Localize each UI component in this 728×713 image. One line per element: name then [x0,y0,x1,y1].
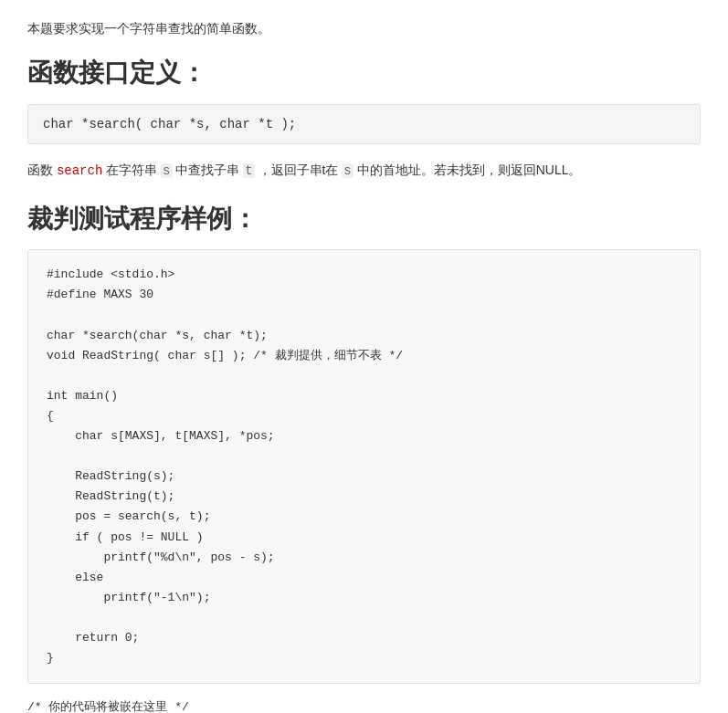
desc-param-t: t [243,163,254,178]
desc-param-s2: s [342,163,353,178]
description-text: 函数 search 在字符串 s 中查找子串 t ，返回子串t在 s 中的首地址… [27,159,701,183]
footer-comment: /* 你的代码将被嵌在这里 */ [27,698,701,713]
intro-text: 本题要求实现一个字符串查找的简单函数。 [27,18,701,38]
desc-suffix: 中的首地址。若未找到，则返回NULL。 [353,163,582,177]
desc-mid2: 中查找子串 [173,163,244,177]
desc-param-s: s [161,163,172,178]
desc-prefix: 函数 [27,163,57,177]
interface-code-block: char *search( char *s, char *t ); [27,104,701,144]
desc-mid3: ，返回子串t在 [255,163,343,177]
section2-heading: 裁判测试程序样例： [27,201,701,236]
desc-mid1: 在字符串 [102,163,161,177]
sample-code-block: #include <stdio.h> #define MAXS 30 char … [27,249,701,684]
desc-func-name: search [57,163,102,178]
section1-heading: 函数接口定义： [27,55,701,90]
